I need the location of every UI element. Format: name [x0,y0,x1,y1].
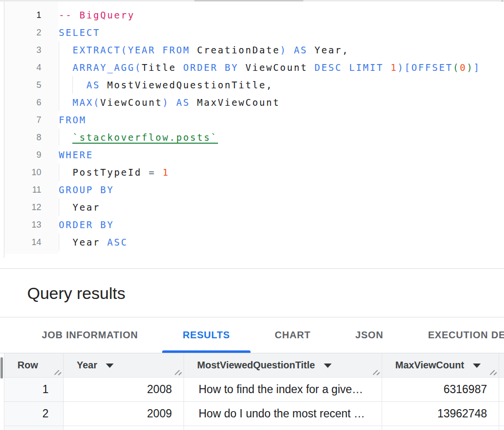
editor-results-divider [0,268,504,269]
column-menu-arrow-icon[interactable] [106,364,114,368]
code-lines: 1-- BigQuery2SELECT3 EXTRACT(YEAR FROM C… [4,6,504,251]
code-token [59,167,72,178]
results-vertical-scrollbar-track[interactable] [0,353,4,430]
code-token: ARRAY_AGG( [72,62,141,73]
column-resize-grip-icon[interactable] [174,369,182,376]
code-line[interactable]: 5 AS MostViewedQuestionTitle, [4,76,504,94]
table-header-row: RowYearMostViewedQuestionTitleMaxViewCou… [4,353,504,377]
code-line[interactable]: 10 PostTypeId = 1 [4,164,504,181]
column-resize-grip-icon[interactable] [54,369,61,376]
tab-label: RESULTS [183,330,230,341]
indent-guide [59,94,59,111]
code-token: GROUP BY [59,184,114,195]
code-token: SELECT [59,27,100,38]
code-line[interactable]: 4 ARRAY_AGG(Title ORDER BY ViewCount DES… [4,59,504,76]
column-menu-arrow-icon[interactable] [324,364,332,368]
code-line[interactable]: 12 Year [4,198,504,216]
tab-chart[interactable]: CHART [252,317,333,353]
line-number: 5 [4,76,59,94]
code-line[interactable]: 1-- BigQuery [4,6,504,24]
code-token: ORDER BY [59,219,114,230]
line-number: 12 [4,198,59,216]
cell-overflow [499,401,504,426]
code-line[interactable]: 14 Year ASC [4,233,504,251]
code-text: ARRAY_AGG(Title ORDER BY ViewCount DESC … [59,59,504,76]
code-token: Title [142,62,176,73]
code-token: MaxViewCount [190,97,280,108]
code-token: MostViewedQuestionTitle, [100,80,273,90]
table-row: 22009How do I undo the most recent …1396… [4,401,504,426]
code-token: AS [86,80,100,90]
results-vertical-scrollbar-thumb[interactable] [0,357,3,379]
active-tab-indicator [162,350,250,353]
code-token: FROM [59,115,86,125]
code-token: PostTypeId [72,167,149,178]
code-line[interactable]: 9WHERE [4,146,504,164]
line-number: 10 [4,164,59,181]
results-table-area: RowYearMostViewedQuestionTitleMaxViewCou… [4,353,504,430]
tab-execution-details[interactable]: EXECUTION DETAILS [405,317,504,353]
column-header-label: Row [17,360,38,370]
sql-editor[interactable]: 1-- BigQuery2SELECT3 EXTRACT(YEAR FROM C… [4,1,504,258]
column-header-year[interactable]: Year [64,353,184,377]
code-text: FROM [59,111,504,129]
code-token [59,202,72,213]
code-text: MAX(ViewCount) AS MaxViewCount [59,94,504,111]
code-token: ) [467,62,473,73]
tab-json[interactable]: JSON [333,317,406,353]
code-token: WHERE [59,149,93,160]
code-text: Year [59,198,504,216]
code-token: Year [72,237,100,248]
code-token [59,97,72,108]
cell-year: 2009 [64,401,184,426]
tab-job-information[interactable]: JOB INFORMATION [19,317,160,353]
code-token [155,167,162,178]
column-header-row[interactable]: Row [4,353,64,377]
cell-mostviewedquestiontitle: How to find the index for a give… [184,377,382,401]
code-line[interactable]: 7FROM [4,111,504,129]
code-token: ViewCount [238,62,307,73]
indent-guide [59,198,59,216]
code-token: ] [473,62,480,73]
column-header-mostviewedquestiontitle[interactable]: MostViewedQuestionTitle [184,353,382,377]
code-line[interactable]: 2SELECT [4,24,504,41]
code-token [59,237,72,248]
code-token [384,62,390,73]
code-line[interactable]: 13ORDER BY [4,216,504,233]
cell-row: 2 [4,401,64,426]
code-token: DESC LIMIT [308,62,384,73]
indent-guide [59,76,59,94]
code-line[interactable]: 11GROUP BY [4,181,504,198]
code-token [59,62,72,73]
code-text: EXTRACT(YEAR FROM CreationDate) AS Year, [59,41,504,59]
code-token: MAX( [72,97,100,108]
cell-row: 1 [4,377,64,401]
column-resize-grip-icon[interactable] [489,369,497,376]
table-row-partial [4,426,504,430]
code-text: WHERE [59,146,504,164]
line-number: 2 [4,24,59,41]
line-number: 3 [4,41,59,59]
code-line[interactable]: 8 `stackoverflow.posts` [4,129,504,146]
code-token [59,132,72,143]
line-number: 14 [4,233,59,251]
indent-guide [59,164,59,181]
code-token: 1 [391,62,398,73]
results-table: RowYearMostViewedQuestionTitleMaxViewCou… [4,353,504,430]
cell-overflow [499,426,504,430]
column-resize-grip-icon[interactable] [372,369,380,376]
code-token [59,45,72,55]
indent-guide [59,41,59,59]
indent-guide [72,76,73,94]
column-header-label: Year [77,360,97,370]
table-row: 12008How to find the index for a give…63… [4,377,504,401]
column-header-maxviewcount[interactable]: MaxViewCount [382,353,499,377]
column-menu-arrow-icon[interactable] [473,364,481,368]
code-line[interactable]: 6 MAX(ViewCount) AS MaxViewCount [4,94,504,111]
cell-empty [382,426,499,430]
code-text: ORDER BY [59,216,504,233]
code-text: PostTypeId = 1 [59,164,504,181]
column-header-label: MostViewedQuestionTitle [197,360,315,370]
tab-results[interactable]: RESULTS [160,317,252,353]
code-line[interactable]: 3 EXTRACT(YEAR FROM CreationDate) AS Yea… [4,41,504,59]
